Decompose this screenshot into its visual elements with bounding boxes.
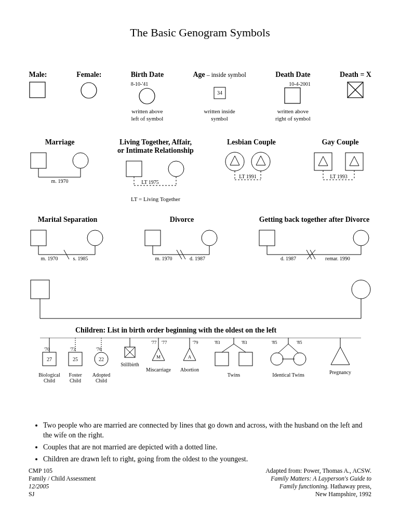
svg-rect-110 [239, 352, 252, 366]
svg-line-116 [288, 344, 299, 353]
svg-text:m. 1970: m. 1970 [41, 256, 58, 261]
deathdate-symbol: Death Date 10-4-2001 written above right… [275, 71, 311, 123]
svg-rect-15 [126, 161, 142, 177]
divorce-symbol: Divorce m. 1970 d. 1987 [143, 216, 221, 265]
death-symbol: Death = X [340, 71, 371, 123]
svg-point-10 [73, 153, 88, 168]
svg-text:Adopted: Adopted [92, 372, 110, 378]
row-basic-symbols: Male: Female: Birth Date 8-10-'41 writte… [29, 71, 371, 123]
row-separation: Marital Separation m. 1970 s. 1985 Divor… [29, 216, 371, 265]
children-diagram: Children: List in birth order beginning … [29, 278, 371, 395]
svg-line-115 [278, 344, 288, 353]
svg-marker-122 [331, 347, 350, 365]
svg-text:d. 1987: d. 1987 [281, 256, 296, 261]
svg-text:m. 1970: m. 1970 [51, 178, 69, 184]
svg-point-117 [271, 353, 283, 365]
svg-rect-5 [285, 88, 300, 103]
svg-text:25: 25 [73, 356, 78, 362]
separation-symbol: Marital Separation m. 1970 s. 1985 [29, 216, 106, 265]
lesbian-couple-symbol: Lesbian Couple LT 1991 [220, 138, 283, 203]
note-2: Couples that are not married are depicte… [43, 443, 371, 453]
svg-point-46 [202, 230, 217, 246]
male-symbol: Male: [29, 71, 47, 123]
svg-rect-64 [31, 280, 49, 299]
svg-point-16 [168, 161, 184, 177]
svg-text:22: 22 [99, 356, 104, 362]
svg-rect-31 [345, 153, 363, 170]
notes-list: Two people who are married are connected… [29, 421, 371, 464]
svg-text:d. 1987: d. 1987 [190, 256, 205, 261]
svg-marker-32 [350, 156, 359, 166]
svg-text:'85: '85 [272, 340, 277, 345]
svg-rect-54 [259, 230, 275, 246]
svg-text:27: 27 [47, 356, 52, 362]
svg-marker-30 [318, 156, 328, 166]
remarriage-symbol: Getting back together after Divorce d. 1… [257, 216, 371, 265]
page-title: The Basic Genogram Symbols [29, 26, 371, 39]
svg-point-65 [352, 280, 370, 299]
svg-rect-45 [145, 230, 161, 246]
svg-marker-22 [230, 156, 239, 165]
children-row: '70 27 Biological Child '73 25 Foster Ch… [29, 338, 371, 395]
svg-point-55 [353, 230, 369, 246]
svg-point-2 [139, 88, 155, 104]
birthdate-symbol: Birth Date 8-10-'41 written above left o… [131, 71, 164, 123]
female-symbol: Female: [76, 71, 101, 123]
note-3: Children are drawn left to right, going … [43, 455, 371, 464]
svg-point-118 [294, 353, 306, 365]
svg-marker-24 [256, 156, 265, 165]
svg-text:'83: '83 [215, 340, 220, 345]
gay-couple-symbol: Gay Couple LT 1993 [309, 138, 371, 203]
svg-text:'79: '79 [193, 340, 198, 345]
svg-rect-9 [31, 153, 46, 168]
svg-text:'73: '73 [70, 347, 76, 352]
svg-line-107 [222, 344, 234, 352]
svg-point-1 [81, 83, 97, 98]
living-together-symbol: Living Together, Affair, or Intimate Rel… [117, 138, 194, 203]
svg-rect-0 [30, 82, 45, 98]
svg-text:Pregnancy: Pregnancy [329, 369, 351, 375]
svg-point-23 [251, 152, 270, 171]
svg-text:s. 1985: s. 1985 [73, 256, 88, 261]
svg-text:'76: '76 [96, 347, 102, 352]
svg-text:Stillbirth: Stillbirth [121, 362, 139, 367]
svg-line-108 [234, 344, 246, 352]
svg-text:LT 1991: LT 1991 [239, 174, 257, 179]
svg-text:34: 34 [217, 90, 222, 96]
svg-text:M: M [156, 354, 161, 360]
footer: CMP 105 Family / Child Assessment 12/200… [29, 467, 371, 498]
svg-text:Identical Twins: Identical Twins [272, 372, 304, 378]
svg-rect-37 [31, 230, 46, 246]
svg-text:m. 1970: m. 1970 [155, 256, 172, 261]
svg-text:Child: Child [44, 378, 55, 383]
svg-text:'77: '77 [151, 340, 157, 345]
svg-text:Twins: Twins [228, 372, 240, 378]
svg-text:Child: Child [96, 378, 107, 383]
svg-rect-29 [314, 153, 332, 170]
svg-text:'70: '70 [44, 347, 50, 352]
svg-text:Biological: Biological [38, 372, 60, 378]
svg-point-38 [87, 230, 103, 246]
svg-text:LT 1975: LT 1975 [142, 179, 159, 185]
svg-text:LT 1993: LT 1993 [330, 174, 348, 179]
marriage-symbol: Marriage m. 1970 [29, 138, 91, 203]
svg-text:Miscarriage: Miscarriage [146, 367, 171, 373]
svg-text:A: A [188, 354, 192, 360]
svg-text:'83: '83 [242, 340, 247, 345]
svg-point-21 [225, 152, 244, 171]
svg-text:Abortion: Abortion [180, 367, 199, 373]
svg-text:Foster: Foster [69, 372, 83, 378]
row-relationships: Marriage m. 1970 Living Together, Affair… [29, 138, 371, 203]
age-symbol: Age – inside symbol 34 written inside sy… [193, 71, 246, 123]
svg-text:'77: '77 [162, 340, 167, 345]
svg-text:remar. 1990: remar. 1990 [325, 256, 350, 261]
svg-text:Child: Child [70, 378, 81, 383]
svg-text:'85: '85 [297, 340, 302, 345]
note-1: Two people who are married are connected… [43, 421, 371, 441]
svg-rect-109 [215, 352, 229, 366]
